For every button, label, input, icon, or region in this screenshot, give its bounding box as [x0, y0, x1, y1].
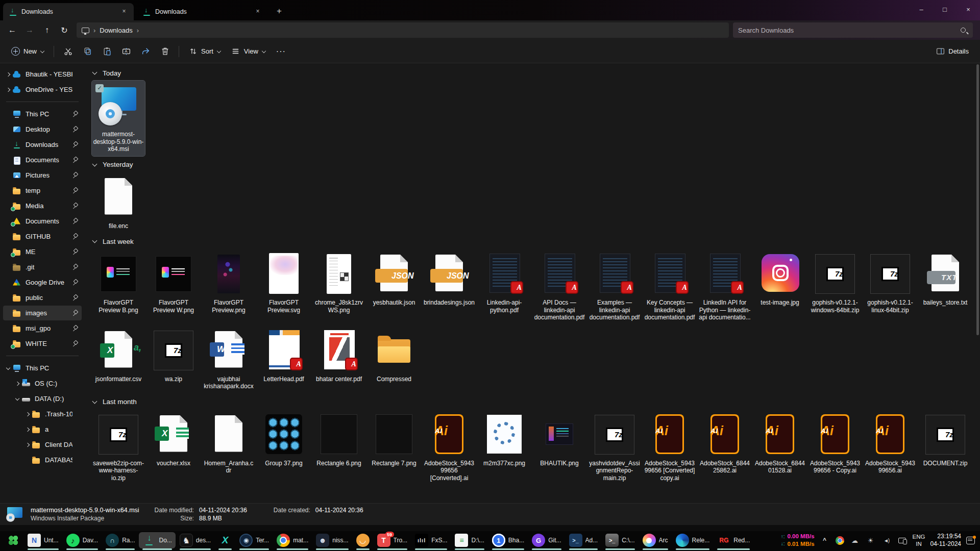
- file-tile[interactable]: BHAUTIK.png: [533, 410, 586, 470]
- file-tile[interactable]: vajubhai krishanapark.docx: [202, 325, 255, 393]
- chevron-icon[interactable]: [5, 87, 12, 92]
- tray-icon[interactable]: ^: [820, 535, 830, 545]
- file-tile[interactable]: yashvidotdev_AssignmentRepo-main.zip: [588, 410, 641, 485]
- tray-icon[interactable]: [897, 535, 908, 545]
- file-tile[interactable]: DOCUMENT.zip: [919, 410, 972, 470]
- maximize-button[interactable]: □: [933, 0, 957, 18]
- tab-close-icon[interactable]: ×: [253, 7, 262, 16]
- file-tile[interactable]: Compressed: [368, 325, 421, 386]
- sidebar-item[interactable]: Documents: [3, 153, 82, 167]
- group-header-today[interactable]: Today: [92, 66, 975, 80]
- tray-icon[interactable]: [836, 536, 844, 545]
- file-tile[interactable]: Key Concepts — linkedin-api documentatio…: [643, 249, 696, 324]
- tab-close-icon[interactable]: ×: [119, 7, 129, 16]
- file-tile[interactable]: Examples — linkedin-api documentation.pd…: [588, 249, 641, 324]
- file-tile[interactable]: jsonformatter.csv: [92, 325, 145, 386]
- file-tile[interactable]: file.enc: [92, 172, 145, 233]
- file-tile[interactable]: gophish-v0.12.1-windows-64bit.zip: [808, 249, 862, 317]
- sidebar-item[interactable]: ME: [3, 244, 82, 259]
- taskbar-app[interactable]: Arc: [639, 532, 672, 548]
- sidebar-item[interactable]: OneDrive - YESB: [3, 82, 82, 97]
- share-button[interactable]: [136, 43, 155, 60]
- tray-icon[interactable]: ☁: [850, 535, 860, 545]
- file-tile[interactable]: Linkedin-api-python.pdf: [478, 249, 531, 317]
- taskbar-app[interactable]: ☻ niss...: [312, 532, 352, 548]
- forward-button[interactable]: →: [21, 22, 38, 38]
- file-tile[interactable]: AdobeStock_594399656 [Converted].ai: [423, 410, 476, 485]
- tray-icon[interactable]: ◄): [881, 535, 892, 545]
- breadcrumb[interactable]: › Downloads ›: [77, 22, 729, 38]
- file-tile[interactable]: brindadesings.json: [423, 249, 476, 310]
- sidebar-item[interactable]: images: [3, 306, 82, 320]
- file-tile[interactable]: FlavorGPT Preview W.png: [147, 249, 200, 317]
- file-tile[interactable]: AdobeStock_594399656 [Converted] copy.ai: [643, 410, 696, 485]
- taskbar-app[interactable]: RG Red...: [714, 532, 753, 548]
- tab-downloads-inactive[interactable]: Downloads ×: [137, 3, 267, 20]
- file-tile[interactable]: AdobeStock_684401528.ai: [753, 410, 806, 478]
- taskbar-app[interactable]: ◡: [353, 532, 373, 548]
- sidebar-item[interactable]: WHITE: [3, 336, 82, 351]
- taskbar-app[interactable]: T59 Tro...: [374, 532, 411, 548]
- new-button[interactable]: New: [6, 43, 50, 59]
- taskbar-app[interactable]: G Git...: [528, 532, 565, 548]
- file-tile[interactable]: FlavorGPT Preview B.png: [92, 249, 145, 317]
- chevron-down-icon[interactable]: [92, 70, 98, 76]
- chevron-down-icon[interactable]: [92, 239, 98, 244]
- file-tile[interactable]: API Docs — linkedin-api documentation.pd…: [533, 249, 586, 324]
- file-tile[interactable]: wa.zip: [147, 325, 200, 386]
- checkbox[interactable]: [95, 84, 104, 92]
- taskbar-app[interactable]: [3, 532, 23, 548]
- view-button[interactable]: View: [226, 43, 271, 60]
- notification-center-icon[interactable]: [966, 537, 975, 544]
- taskbar-app[interactable]: ılıl FxS...: [411, 532, 451, 548]
- chevron-down-icon[interactable]: [92, 399, 98, 405]
- cut-button[interactable]: [58, 43, 78, 60]
- sidebar-tree-item[interactable]: .Trash-1000: [3, 407, 82, 421]
- file-tile[interactable]: LetterHead.pdf: [257, 325, 310, 386]
- file-tile[interactable]: m2m377xc.png: [478, 410, 531, 470]
- search-input[interactable]: [738, 27, 961, 34]
- breadcrumb-downloads[interactable]: Downloads: [100, 27, 132, 34]
- file-tile[interactable]: mattermost-desktop-5.9.0-win-x64.msi: [92, 81, 145, 156]
- chevron-icon[interactable]: [24, 412, 32, 417]
- sidebar-item[interactable]: public: [3, 290, 82, 305]
- language-indicator[interactable]: ENG IN: [913, 533, 925, 548]
- taskbar-app[interactable]: X: [215, 532, 235, 548]
- clock[interactable]: 23:19:54 04-11-2024: [930, 533, 962, 548]
- sidebar-item[interactable]: Media: [3, 198, 82, 213]
- scrollbar[interactable]: [976, 64, 979, 501]
- sidebar-item[interactable]: Downloads: [3, 137, 82, 152]
- up-button[interactable]: ↑: [39, 22, 55, 38]
- network-speed-widget[interactable]: ↑:0.00 MB/s ↓:0.01 MB/s: [781, 533, 815, 547]
- group-header-last-month[interactable]: Last month: [92, 395, 975, 409]
- chevron-icon[interactable]: [14, 396, 21, 402]
- back-button[interactable]: ←: [4, 22, 20, 38]
- file-tile[interactable]: Rectangle 6.png: [312, 410, 365, 470]
- sidebar-item[interactable]: Bhautik - YESBH: [3, 67, 82, 82]
- rename-button[interactable]: A: [116, 43, 136, 60]
- file-tile[interactable]: baileys_store.txt: [919, 249, 972, 310]
- sidebar-tree-item[interactable]: DATA (D:): [3, 391, 82, 406]
- chevron-icon[interactable]: [5, 366, 12, 371]
- search-icon[interactable]: [961, 28, 968, 33]
- taskbar-app[interactable]: >_ C:\...: [602, 532, 638, 548]
- paste-button[interactable]: [97, 43, 116, 60]
- chevron-icon[interactable]: [5, 72, 12, 77]
- chevron-icon[interactable]: [24, 442, 32, 447]
- sidebar-item[interactable]: GITHUB: [3, 229, 82, 244]
- sidebar-item[interactable]: Desktop: [3, 122, 82, 137]
- close-button[interactable]: ×: [957, 0, 980, 18]
- chevron-down-icon[interactable]: [92, 162, 98, 167]
- file-tile[interactable]: Homem_Aranha.cdr: [202, 410, 255, 478]
- file-tile[interactable]: gophish-v0.12.1-linux-64bit.zip: [864, 249, 917, 317]
- file-list-area[interactable]: Today mattermost-desktop-5.9.0-win-x64.m…: [85, 63, 980, 503]
- copy-button[interactable]: [78, 43, 97, 60]
- file-tile[interactable]: saveweb2zip-com-www-harness-io.zip: [92, 410, 145, 485]
- taskbar-app[interactable]: ≡ D:\...: [451, 532, 487, 548]
- taskbar-app[interactable]: >_ Ad...: [566, 532, 602, 548]
- sidebar-tree-item[interactable]: a: [3, 422, 82, 437]
- sidebar-item[interactable]: temp: [3, 183, 82, 198]
- sidebar-tree-item[interactable]: This PC: [3, 361, 82, 375]
- file-tile[interactable]: bhatar center.pdf: [312, 325, 365, 386]
- scrollbar-thumb[interactable]: [976, 64, 979, 335]
